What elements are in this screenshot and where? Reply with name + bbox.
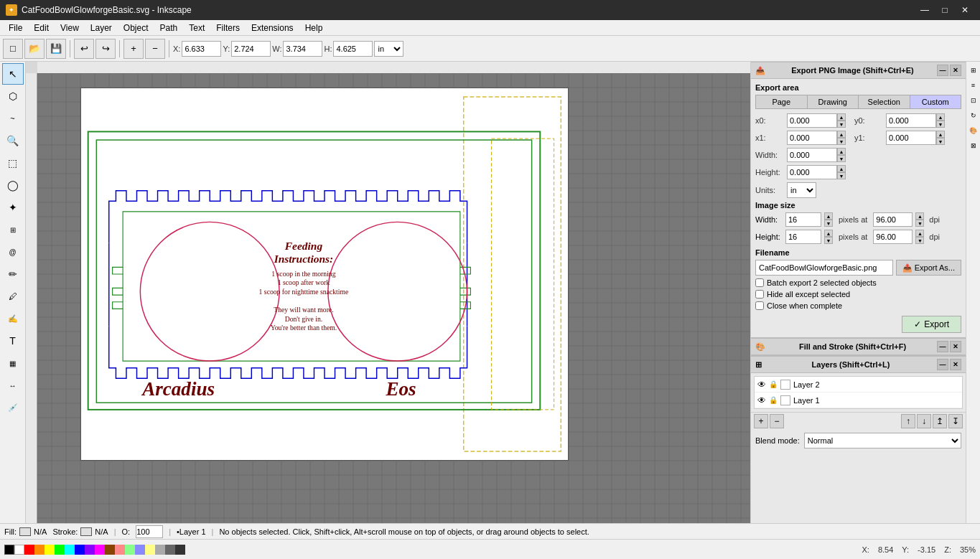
- menu-item-view[interactable]: View: [55, 22, 85, 34]
- layer2-lock-icon[interactable]: 🔒: [769, 380, 778, 388]
- y1-input[interactable]: [886, 131, 936, 145]
- tab-drawing[interactable]: Drawing: [808, 95, 859, 108]
- node-tool[interactable]: ⬡: [2, 85, 24, 107]
- width-input[interactable]: [787, 148, 837, 162]
- menu-item-object[interactable]: Object: [118, 22, 154, 34]
- menu-item-path[interactable]: Path: [154, 22, 184, 34]
- x1-input[interactable]: [787, 131, 837, 145]
- color-light-blue[interactable]: [135, 545, 145, 555]
- color-green[interactable]: [55, 545, 65, 555]
- zoom-tool[interactable]: 🔍: [2, 130, 24, 151]
- export-units-select[interactable]: in px mm: [787, 182, 816, 198]
- color-darker-gray[interactable]: [175, 545, 185, 555]
- color-orange[interactable]: [34, 545, 45, 555]
- calligraphy-tool[interactable]: ✍: [2, 308, 24, 329]
- color-white[interactable]: [14, 545, 24, 555]
- img-width-dpi-down[interactable]: ▼: [915, 220, 924, 227]
- pen-tool[interactable]: 🖊: [2, 286, 24, 307]
- fill-stroke-close-btn[interactable]: ✕: [950, 341, 961, 352]
- save-button[interactable]: 💾: [46, 39, 66, 59]
- color-yellow[interactable]: [45, 545, 55, 555]
- img-height-input[interactable]: [785, 230, 821, 244]
- export-button[interactable]: ✓ Export: [902, 316, 961, 333]
- layer-item-2[interactable]: 👁 🔒 Layer 2: [755, 377, 962, 393]
- zoom-in-button[interactable]: +: [123, 39, 144, 59]
- color-blue[interactable]: [75, 545, 85, 555]
- y1-down[interactable]: ▼: [936, 138, 945, 145]
- menu-item-layer[interactable]: Layer: [85, 22, 118, 34]
- opacity-input[interactable]: [136, 525, 163, 538]
- menu-item-extensions[interactable]: Extensions: [246, 22, 299, 34]
- color-none[interactable]: [4, 545, 14, 555]
- img-height-down[interactable]: ▼: [824, 237, 833, 244]
- maximize-button[interactable]: □: [935, 3, 954, 17]
- h-input[interactable]: [333, 41, 373, 57]
- color-light-green[interactable]: [125, 545, 135, 555]
- menu-item-edit[interactable]: Edit: [28, 22, 55, 34]
- close-button[interactable]: ✕: [956, 3, 974, 17]
- blend-mode-select[interactable]: Normal Multiply Screen Overlay: [804, 433, 961, 448]
- remove-layer-btn[interactable]: −: [770, 414, 784, 428]
- color-pink[interactable]: [115, 545, 125, 555]
- align-btn[interactable]: ≡: [967, 78, 980, 93]
- img-width-dpi-up[interactable]: ▲: [915, 212, 924, 220]
- menu-item-file[interactable]: File: [3, 22, 28, 34]
- tweak-tool[interactable]: ~: [2, 108, 24, 129]
- spiral-tool[interactable]: @: [2, 241, 24, 263]
- menu-item-filters[interactable]: Filters: [210, 22, 246, 34]
- minimize-button[interactable]: —: [915, 3, 934, 17]
- export-as-button[interactable]: 📤 Export As...: [896, 260, 961, 276]
- canvas-area[interactable]: /* ruler ticks rendered below */: [26, 62, 750, 523]
- filename-input[interactable]: [755, 260, 893, 276]
- fill-stroke-minimize-btn[interactable]: —: [937, 341, 948, 352]
- snap-btn[interactable]: ⊞: [967, 63, 980, 77]
- menu-item-text[interactable]: Text: [183, 22, 210, 34]
- x0-up[interactable]: ▲: [837, 113, 846, 121]
- color-violet[interactable]: [85, 545, 95, 555]
- pencil-tool[interactable]: ✏: [2, 263, 24, 285]
- x0-down[interactable]: ▼: [837, 121, 846, 128]
- export-panel-header[interactable]: 📤 Export PNG Image (Shift+Ctrl+E) — ✕: [751, 62, 966, 79]
- layer-up-btn[interactable]: ↑: [901, 414, 915, 428]
- layer2-visibility-icon[interactable]: 👁: [757, 380, 766, 390]
- img-width-down[interactable]: ▼: [824, 220, 833, 227]
- star-tool[interactable]: ✦: [2, 197, 24, 218]
- text-tool[interactable]: T: [2, 330, 24, 352]
- width-up[interactable]: ▲: [837, 148, 846, 155]
- gradient-tool[interactable]: ▦: [2, 352, 24, 374]
- img-height-dpi-down[interactable]: ▼: [915, 237, 924, 244]
- x1-down[interactable]: ▼: [837, 138, 846, 145]
- height-down[interactable]: ▼: [837, 172, 846, 179]
- distribute-btn[interactable]: ⊡: [967, 93, 980, 108]
- tab-page[interactable]: Page: [756, 95, 808, 108]
- undo-button[interactable]: ↩: [74, 39, 94, 59]
- tab-selection[interactable]: Selection: [859, 95, 910, 108]
- img-width-dpi-input[interactable]: [873, 212, 913, 227]
- color-brown[interactable]: [105, 545, 115, 555]
- height-input[interactable]: [787, 165, 837, 179]
- batch-export-checkbox[interactable]: [755, 278, 764, 287]
- zoom-out-button[interactable]: −: [145, 39, 165, 59]
- layers-panel-header[interactable]: ⊞ Layers (Shift+Ctrl+L) — ✕: [751, 356, 966, 373]
- units-select[interactable]: in px mm cm: [374, 41, 403, 57]
- export-close-btn[interactable]: ✕: [950, 65, 961, 76]
- y-input[interactable]: [231, 41, 271, 57]
- menu-item-help[interactable]: Help: [299, 22, 329, 34]
- layer1-lock-icon[interactable]: 🔒: [769, 396, 778, 404]
- y0-input[interactable]: [886, 113, 936, 128]
- x-input[interactable]: [182, 41, 221, 57]
- y0-down[interactable]: ▼: [936, 121, 945, 128]
- x0-input[interactable]: [787, 113, 837, 128]
- filter-btn[interactable]: ⊠: [967, 138, 980, 153]
- select-tool[interactable]: ↖: [2, 63, 24, 85]
- layer-item-1[interactable]: 👁 🔒 Layer 1: [755, 393, 962, 408]
- img-height-dpi-input[interactable]: [873, 230, 913, 244]
- img-height-up[interactable]: ▲: [824, 230, 833, 237]
- color-light-yellow[interactable]: [145, 545, 155, 555]
- layers-minimize-btn[interactable]: —: [937, 359, 948, 370]
- layers-close-btn[interactable]: ✕: [950, 359, 961, 370]
- height-up[interactable]: ▲: [837, 165, 846, 172]
- 3d-box-tool[interactable]: ⊞: [2, 219, 24, 240]
- color-cyan[interactable]: [65, 545, 75, 555]
- color-dark-gray[interactable]: [165, 545, 175, 555]
